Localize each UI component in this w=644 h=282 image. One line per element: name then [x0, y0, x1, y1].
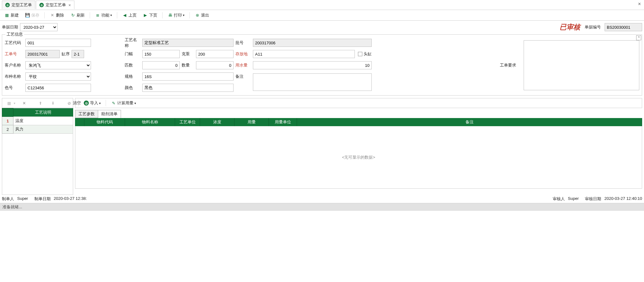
edit-icon: ✎ [111, 101, 116, 106]
col-usage: 用量 [234, 118, 269, 126]
customer-select[interactable]: 朱鸿飞 [25, 61, 91, 69]
print-icon: 🖶 [168, 13, 173, 18]
move-down-icon[interactable]: ⬇ [48, 100, 59, 106]
detail-empty-body: <无可显示的数据> [75, 126, 642, 189]
collapse-icon[interactable]: ⌃ [636, 35, 641, 40]
process-info-section: 工艺信息 ⌃ 工艺代码 工艺名称 批号 工单号 缸序 门幅 克重 存放地 头缸 [2, 34, 642, 96]
section-title: 工艺信息 [5, 32, 24, 37]
tab-1[interactable]: ⊕ 定型工艺单 [2, 1, 35, 9]
remark-label: 备注 [235, 74, 251, 79]
color-label: 颜色 [125, 85, 140, 91]
create-date-label: 制单日期 [34, 196, 51, 202]
next-button[interactable]: ▶下页 [140, 12, 160, 19]
window-close-icon[interactable]: × [638, 1, 641, 7]
auditor-label: 审核人 [553, 196, 565, 202]
code-input[interactable] [25, 39, 91, 47]
delete-button[interactable]: ✕删除 [47, 12, 67, 19]
vatseq-label: 缸序 [62, 51, 70, 57]
width-label: 门幅 [125, 51, 140, 57]
separator [44, 12, 45, 18]
tab-1-label: 定型工艺单 [12, 2, 32, 8]
remark-input[interactable] [253, 73, 372, 91]
process-desc-table[interactable]: 工艺说明 1温度 2风力 [2, 108, 73, 134]
print-button[interactable]: 🖶打印▾ [165, 12, 187, 19]
docnum-label: 单据编号 [585, 24, 601, 30]
left-grid-body [2, 134, 73, 195]
auditor-value: Super [568, 196, 579, 202]
audit-date-label: 审核日期 [585, 196, 601, 202]
tab-params[interactable]: 工艺参数 [75, 110, 98, 118]
col-desc: 工艺说明 [13, 108, 73, 117]
separator [162, 12, 163, 18]
save-button[interactable]: 💾保存 [23, 12, 42, 19]
chevron-down-icon: ▾ [134, 101, 136, 105]
arrow-right-icon: ▶ [143, 13, 148, 18]
batch-input [253, 39, 372, 47]
colorno-label: 色号 [5, 85, 23, 91]
chevron-down-icon: ▾ [99, 101, 101, 105]
detail-header-row: 物料代码 物料名称 工艺单位 浓度 用量 用量单位 备注 [75, 118, 642, 126]
creator-value: Super [17, 196, 28, 202]
location-input[interactable] [253, 50, 355, 58]
weight-input[interactable] [196, 50, 234, 58]
requirement-box[interactable] [524, 40, 639, 90]
globe-icon: ⊕ [5, 3, 10, 7]
date-select[interactable]: 2020-03-27 [20, 23, 58, 31]
head-vat-checkbox[interactable]: 头缸 [358, 51, 372, 57]
name-label: 工艺名称 [125, 37, 140, 48]
spec-label: 规格 [125, 74, 140, 79]
globe-icon: ⊕ [39, 3, 44, 7]
close-icon[interactable]: × [68, 3, 71, 7]
create-date-value: 2020-03-27 12:38: [54, 196, 87, 202]
no-data-text: <无可显示的数据> [342, 155, 375, 160]
move-up-icon[interactable]: ⬆ [35, 100, 47, 106]
fabric-label: 布种名称 [5, 74, 23, 79]
spec-input[interactable] [142, 72, 234, 81]
new-button[interactable]: ▦新建 [2, 12, 21, 19]
new-icon: ▦ [4, 13, 9, 18]
water-label: 用水量 [235, 62, 251, 68]
row-number[interactable]: 1 [2, 117, 13, 125]
batch-label: 批号 [235, 40, 251, 46]
qty-input[interactable] [196, 61, 234, 69]
exit-icon: ⊗ [195, 13, 200, 18]
audit-stamp: 已审核 [560, 22, 580, 32]
chevron-down-icon: ▾ [183, 13, 184, 17]
list-icon: ≣ [95, 13, 100, 18]
function-button[interactable]: ≣功能▾ [93, 12, 114, 19]
water-input[interactable] [253, 61, 372, 69]
cell-desc[interactable]: 风力 [13, 125, 73, 134]
pieces-label: 匹数 [125, 62, 140, 68]
refresh-button[interactable]: ↻刷新 [68, 12, 87, 19]
creator-label: 制单人 [2, 196, 14, 202]
cell-desc[interactable]: 温度 [13, 117, 73, 125]
import-button[interactable]: ⊕导入▾ [81, 99, 103, 107]
vatseq-input [72, 50, 84, 58]
weight-label: 克重 [182, 51, 194, 57]
width-input[interactable] [142, 50, 180, 58]
arrow-left-icon: ◀ [122, 13, 127, 18]
tab-2[interactable]: ⊕ 定型工艺单 × [36, 1, 74, 9]
order-label: 工单号 [5, 51, 23, 57]
globe-icon: ⊕ [84, 101, 89, 106]
location-label: 存放地 [235, 51, 251, 57]
exit-button[interactable]: ⊗退出 [192, 12, 212, 19]
pieces-input[interactable] [142, 61, 180, 69]
tab-aux[interactable]: 助剂清单 [98, 110, 121, 118]
calc-button[interactable]: ✎计算用量▾ [108, 99, 138, 107]
prev-button[interactable]: ◀上页 [120, 12, 139, 19]
code-label: 工艺代码 [5, 40, 23, 46]
col-matname: 物料名称 [125, 118, 175, 126]
save-icon[interactable]: ▦▾ [4, 100, 18, 106]
row-number[interactable]: 2 [2, 125, 13, 134]
chevron-down-icon: ▾ [110, 13, 112, 17]
refresh-icon: ↻ [70, 13, 75, 18]
fabric-select[interactable]: 平纹 [25, 72, 91, 81]
color-input[interactable] [142, 84, 234, 92]
delete-icon: ✕ [50, 13, 55, 18]
status-bar: 准备就绪... [0, 203, 644, 211]
colorno-input[interactable] [25, 84, 91, 92]
req-label: 工单要求 [500, 62, 522, 68]
delete-row-icon[interactable]: ✕ [19, 100, 30, 106]
col-density: 浓度 [200, 118, 234, 126]
